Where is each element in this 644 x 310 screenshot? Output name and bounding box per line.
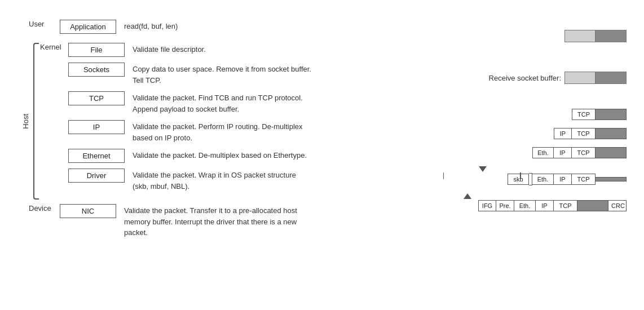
nic-box: NIC	[60, 204, 116, 218]
ethernet-description: Validate the packet. De-multiplex based …	[133, 149, 307, 161]
device-category-label: Device	[29, 204, 60, 212]
pkt-skb-tcp-label: TCP	[572, 174, 596, 185]
pkt-eth-ip-label: IP	[554, 147, 572, 158]
pkt-skb-ip-label: IP	[554, 174, 572, 185]
arrow-up-icon	[464, 193, 471, 199]
host-label: Host	[21, 114, 30, 129]
pkt-skb-eth-label: Eth.	[532, 174, 554, 185]
top-payload-light	[564, 30, 596, 42]
pkt-tcp-label: TCP	[572, 109, 596, 120]
pkt-crc: CRC	[608, 200, 627, 211]
pkt-eth-tcp-label: TCP	[572, 147, 596, 158]
file-box: File	[68, 43, 125, 57]
sockets-box: Sockets	[68, 63, 125, 77]
driver-description: Validate the packet. Wrap it in OS packe…	[133, 169, 313, 192]
tcp-layer-box: TCP	[68, 91, 125, 105]
kernel-category-label: Kernel	[40, 43, 68, 51]
pkt-ip-label: IP	[554, 128, 572, 139]
user-category-label: User	[29, 20, 60, 28]
pkt-pre: Pre.	[496, 200, 514, 211]
pkt-ifg: IFG	[478, 200, 496, 211]
pkt-ip-payload	[596, 128, 627, 139]
nic-description: Validate the packet. Transfer it to a pr…	[124, 204, 305, 238]
pkt-tcp-payload	[596, 109, 627, 120]
application-box: Application	[60, 20, 116, 34]
pkt-nic-eth: Eth.	[514, 200, 536, 211]
pkt-nic-ip: IP	[536, 200, 554, 211]
rsb-dark	[596, 72, 627, 84]
pkt-eth-label: Eth.	[532, 147, 554, 158]
rsb-light	[564, 72, 596, 84]
top-payload-dark	[596, 30, 627, 42]
sockets-description: Copy data to user space. Remove it from …	[133, 63, 313, 86]
pkt-skb-payload	[596, 177, 627, 181]
pkt-nic-payload	[577, 200, 608, 211]
driver-box: Driver	[68, 169, 125, 183]
arrow-down-icon	[479, 166, 487, 172]
ip-description: Validate the packet. Perform IP routing.…	[133, 120, 313, 143]
ethernet-box: Ethernet	[68, 149, 125, 163]
pkt-nic-tcp: TCP	[554, 200, 577, 211]
ip-layer-box: IP	[68, 120, 125, 134]
receive-socket-label: Receive socket buffer:	[489, 74, 561, 82]
pkt-skb-label: skb	[508, 174, 529, 185]
pkt-ip-tcp-label: TCP	[572, 128, 596, 139]
tcp-description: Validate the packet. Find TCB and run TC…	[133, 91, 313, 114]
application-description: read(fd, buf, len)	[124, 20, 178, 32]
file-description: Validate file descriptor.	[133, 43, 206, 55]
diagram: User Application read(fd, buf, len) Host…	[12, 8, 632, 302]
pkt-eth-payload	[596, 147, 627, 158]
